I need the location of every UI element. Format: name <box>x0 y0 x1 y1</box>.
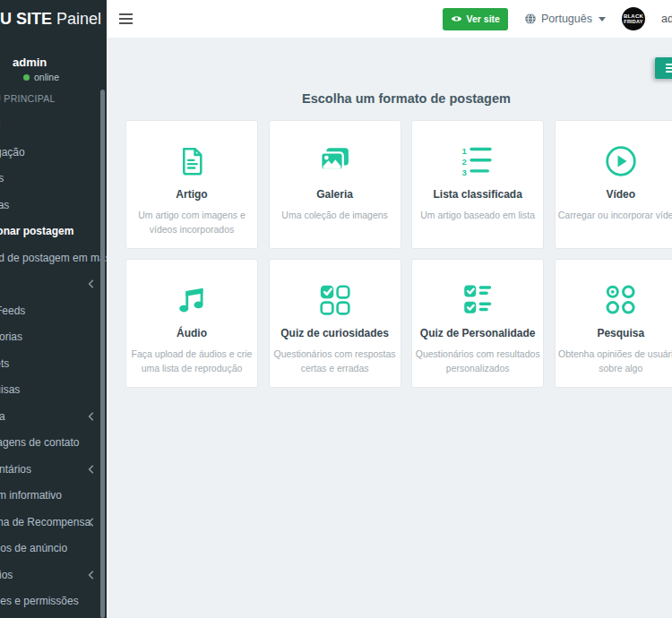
sidebar-item[interactable]: Comentários <box>0 456 107 483</box>
sidebar-item-label: Artigos <box>0 172 4 185</box>
view-site-label: Ver site <box>467 13 500 24</box>
card-description: Um artigo com imagens e vídeos incorpora… <box>128 208 255 237</box>
sidebar-item[interactable]: Páginas <box>0 192 107 219</box>
ordered-icon: 123 <box>412 142 543 181</box>
hamburger-icon <box>119 13 133 15</box>
sidebar-scrollbar[interactable] <box>100 90 105 618</box>
eye-icon <box>451 14 462 23</box>
sidebar-item-label: Categorias <box>0 330 22 343</box>
format-card-article[interactable]: ArtigoUm artigo com imagens e vídeos inc… <box>125 120 258 249</box>
card-title: Vídeo <box>557 188 672 202</box>
card-title: Artigo <box>128 188 255 202</box>
toolbar-row <box>125 57 672 79</box>
main-content: Escolha um formato de postagem ArtigoUm … <box>107 38 672 388</box>
card-title: Quiz de curiosidades <box>271 327 399 340</box>
sidebar-item-label: Comentários <box>0 463 31 476</box>
user-status: online <box>13 73 107 82</box>
format-card-audio[interactable]: ÁudioFaça upload de áudios e crie uma li… <box>125 259 258 388</box>
sidebar-item[interactable]: Galeria <box>0 403 107 430</box>
card-title: Pesquisa <box>557 327 672 340</box>
logo-light-text: Painel <box>56 10 101 28</box>
sidebar-item[interactable]: Boletim informativo <box>0 483 107 510</box>
format-card-poll[interactable]: PesquisaObtenha opiniões de usuários sob… <box>555 259 672 388</box>
avatar-text-bottom: FRIDAY <box>624 19 642 24</box>
poll-icon <box>556 280 672 320</box>
sidebar-item-label: Pesquisas <box>0 383 20 396</box>
navbar-right: Ver site Português BLACK FRIDAY admin <box>443 7 672 30</box>
card-description: Um artigo baseado em lista <box>414 208 541 222</box>
sidebar-item[interactable]: Usuários <box>0 562 107 588</box>
chevron-left-icon <box>88 411 94 421</box>
user-avatar[interactable]: BLACK FRIDAY <box>622 7 645 30</box>
sidebar-item-label: Galeria <box>0 410 5 423</box>
online-dot-icon <box>23 74 30 81</box>
svg-text:2: 2 <box>462 157 467 167</box>
content-menu-toggle-button[interactable] <box>655 57 672 79</box>
sidebar-item[interactable]: RSS Feeds <box>0 297 107 324</box>
sidebar-toggle-button[interactable] <box>116 10 136 28</box>
svg-text:3: 3 <box>462 167 467 177</box>
format-card-video[interactable]: VídeoCarregar ou incorporar vídeos <box>555 120 672 249</box>
sidebar-item-label: RSS Feeds <box>0 305 25 317</box>
sidebar-item[interactable]: Mensagens de contato <box>0 430 107 457</box>
format-card-trivia[interactable]: Quiz de curiosidadesQuestionários com re… <box>269 259 401 388</box>
sidebar-item-label: Upload de postagem em massa <box>0 252 107 264</box>
format-card-personality[interactable]: Quiz de PersonalidadeQuestionários com r… <box>411 259 544 388</box>
card-description: Uma coleção de imagens <box>271 208 399 222</box>
sidebar-item[interactable]: Quiz <box>0 271 107 298</box>
view-site-button[interactable]: Ver site <box>443 8 508 30</box>
user-panel: admin online <box>0 38 107 82</box>
chevron-left-icon <box>88 464 94 474</box>
gallery-icon <box>270 142 401 181</box>
sidebar-item[interactable]: Painel <box>0 113 107 140</box>
chevron-left-icon <box>88 570 94 579</box>
card-description: Obtenha opiniões de usuários sobre algo <box>557 347 672 376</box>
logo-bold-text: MEU SITE <box>0 10 52 28</box>
sidebar-item-label: Navegação <box>0 146 25 159</box>
card-title: Lista classificada <box>414 188 541 202</box>
top-navbar: Ver site Português BLACK FRIDAY admin <box>107 0 672 38</box>
format-cards-grid: ArtigoUm artigo com imagens e vídeos inc… <box>125 120 672 388</box>
audio-icon <box>126 280 257 320</box>
svg-text:1: 1 <box>462 146 468 156</box>
sidebar-item[interactable]: Sistema de Recompensa <box>0 509 107 536</box>
sidebar-item-label: Usuários <box>0 569 13 581</box>
format-card-ordered[interactable]: 123Lista classificadaUm artigo baseado e… <box>411 120 544 249</box>
globe-icon <box>524 13 537 25</box>
chevron-left-icon <box>88 279 94 289</box>
sidebar-item[interactable]: Artigos <box>0 166 107 193</box>
logo[interactable]: MEU SITEPainel <box>0 0 107 38</box>
format-card-gallery[interactable]: GaleriaUma coleção de imagens <box>269 120 401 249</box>
card-description: Questionários com resultados personaliza… <box>414 347 541 376</box>
navbar-username[interactable]: admin <box>661 13 672 25</box>
page-title: Escolha um formato de postagem <box>125 89 672 108</box>
sidebar-item-label: Espaços de anúncio <box>0 542 67 554</box>
language-label: Português <box>541 13 592 25</box>
sidebar-item[interactable]: Pesquisas <box>0 377 107 404</box>
sidebar-item[interactable]: Categorias <box>0 324 107 351</box>
personality-icon <box>412 280 543 320</box>
card-title: Áudio <box>128 327 255 340</box>
article-icon <box>126 142 257 181</box>
card-description: Questionários com respostas certas e err… <box>271 347 399 376</box>
card-description: Faça upload de áudios e crie uma lista d… <box>128 347 255 376</box>
sidebar-item[interactable]: Espaços de anúncio <box>0 536 107 562</box>
language-dropdown[interactable]: Português <box>524 13 606 25</box>
logo-text: MEU SITEPainel <box>0 10 101 29</box>
user-status-label: online <box>34 73 59 82</box>
sidebar-item[interactable]: Funções e permissões <box>0 588 107 615</box>
sidebar-item[interactable]: Upload de postagem em massa <box>0 245 107 271</box>
sidebar-item-label: Mensagens de contato <box>0 436 79 449</box>
menu-section-label: MENU PRINCIPAL <box>0 93 56 104</box>
sidebar-item-label: Boletim informativo <box>0 489 62 502</box>
sidebar-item[interactable]: Navegação <box>0 139 107 166</box>
caret-down-icon <box>599 17 606 21</box>
sidebar-item[interactable]: Adicionar postagem <box>0 219 107 245</box>
sidebar-item[interactable]: Widgets <box>0 350 107 377</box>
sidebar-item-label: Widgets <box>0 357 9 370</box>
sidebar-item-label: Sistema de Recompensa <box>0 516 90 528</box>
menu-bars-icon <box>666 64 672 65</box>
menu-section-header: MENU PRINCIPAL <box>0 93 107 104</box>
sidebar-item-label: Funções e permissões <box>0 595 79 607</box>
card-description: Carregar ou incorporar vídeos <box>557 208 672 222</box>
